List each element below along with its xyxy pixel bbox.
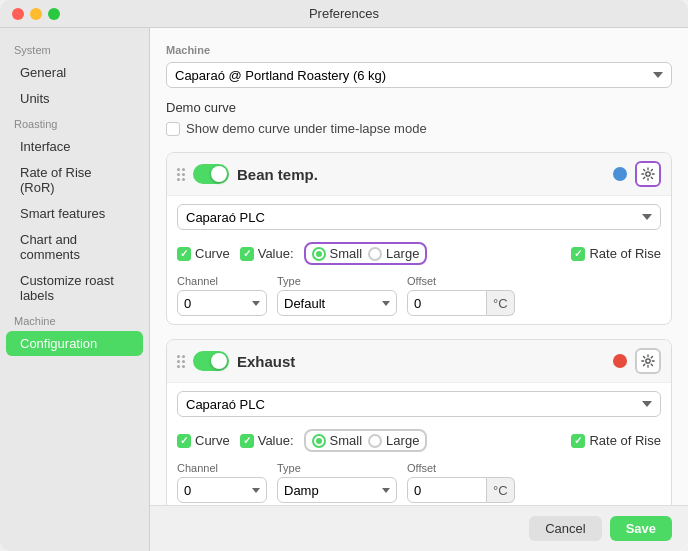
bean-temp-name: Bean temp.: [237, 166, 605, 183]
exhaust-large-radio[interactable]: Large: [368, 433, 419, 448]
demo-curve-label: Demo curve: [166, 100, 672, 115]
exhaust-color: [613, 354, 627, 368]
exhaust-body: Caparaó PLC Curve Value:: [167, 383, 671, 505]
sidebar-section-roasting: Roasting: [0, 112, 149, 133]
bean-temp-small-radio[interactable]: Small: [312, 246, 363, 261]
bean-temp-rate-checkbox[interactable]: [571, 247, 585, 261]
bean-temp-header: Bean temp.: [167, 153, 671, 196]
exhaust-channel: Exhaust Caparaó PL: [166, 339, 672, 505]
bean-temp-small-radio-input[interactable]: [312, 247, 326, 261]
exhaust-channel-select[interactable]: 0: [177, 477, 267, 503]
bean-temp-rate-check[interactable]: Rate of Rise: [571, 246, 661, 261]
bean-temp-channel: Bean temp. Caparaó: [166, 152, 672, 325]
minimize-button[interactable]: [30, 8, 42, 20]
sidebar-item-customize-labels[interactable]: Customize roast labels: [6, 268, 143, 308]
bean-temp-value-checkbox[interactable]: [240, 247, 254, 261]
exhaust-options-row: Curve Value: Small: [177, 429, 661, 452]
machine-section-label: Machine: [166, 44, 672, 56]
bean-temp-size-group: Small Large: [304, 242, 428, 265]
demo-curve-check-row: Show demo curve under time-lapse mode: [166, 121, 672, 136]
main-scroll-area[interactable]: Machine Caparaó @ Portland Roastery (6 k…: [150, 28, 688, 505]
demo-curve-check-label: Show demo curve under time-lapse mode: [186, 121, 427, 136]
bean-temp-small-label: Small: [330, 246, 363, 261]
exhaust-fields-row: Channel 0 Type Damp: [177, 462, 661, 503]
exhaust-size-group: Small Large: [304, 429, 428, 452]
exhaust-gear-button[interactable]: [635, 348, 661, 374]
bean-temp-curve-checkbox[interactable]: [177, 247, 191, 261]
bean-temp-source-row: Caparaó PLC: [177, 204, 661, 230]
exhaust-small-radio[interactable]: Small: [312, 433, 363, 448]
exhaust-small-radio-input[interactable]: [312, 434, 326, 448]
exhaust-name: Exhaust: [237, 353, 605, 370]
bean-temp-type-group: Type Default: [277, 275, 397, 316]
exhaust-source-dropdown[interactable]: Caparaó PLC: [177, 391, 661, 417]
gear-icon: [641, 167, 655, 181]
maximize-button[interactable]: [48, 8, 60, 20]
exhaust-curve-checkbox[interactable]: [177, 434, 191, 448]
exhaust-large-radio-input[interactable]: [368, 434, 382, 448]
exhaust-curve-check[interactable]: Curve: [177, 433, 230, 448]
exhaust-header: Exhaust: [167, 340, 671, 383]
bean-temp-value-check[interactable]: Value:: [240, 246, 294, 261]
cancel-button[interactable]: Cancel: [529, 516, 601, 541]
exhaust-offset-input[interactable]: [407, 477, 487, 503]
close-button[interactable]: [12, 8, 24, 20]
exhaust-channel-col-label: Channel: [177, 462, 267, 474]
demo-curve-checkbox[interactable]: [166, 122, 180, 136]
sidebar-item-units[interactable]: Units: [6, 86, 143, 111]
exhaust-small-label: Small: [330, 433, 363, 448]
exhaust-rate-label: Rate of Rise: [589, 433, 661, 448]
exhaust-offset-col-label: Offset: [407, 462, 515, 474]
exhaust-toggle[interactable]: [193, 351, 229, 371]
bean-temp-curve-label: Curve: [195, 246, 230, 261]
exhaust-value-checkbox[interactable]: [240, 434, 254, 448]
exhaust-rate-checkbox[interactable]: [571, 434, 585, 448]
exhaust-type-select[interactable]: Damp: [277, 477, 397, 503]
sidebar-section-system: System: [0, 38, 149, 59]
exhaust-unit: °C: [487, 477, 515, 503]
exhaust-value-label: Value:: [258, 433, 294, 448]
bean-temp-toggle[interactable]: [193, 164, 229, 184]
bean-temp-drag-handle[interactable]: [177, 168, 185, 181]
bean-temp-source-dropdown[interactable]: Caparaó PLC: [177, 204, 661, 230]
exhaust-value-check[interactable]: Value:: [240, 433, 294, 448]
bean-temp-large-label: Large: [386, 246, 419, 261]
content-area: System General Units Roasting Interface …: [0, 28, 688, 551]
bean-temp-toggle-knob: [211, 166, 227, 182]
bean-temp-rate-label: Rate of Rise: [589, 246, 661, 261]
bean-temp-large-radio[interactable]: Large: [368, 246, 419, 261]
bean-temp-curve-check[interactable]: Curve: [177, 246, 230, 261]
exhaust-rate-check[interactable]: Rate of Rise: [571, 433, 661, 448]
bean-temp-type-col-label: Type: [277, 275, 397, 287]
footer: Cancel Save: [150, 505, 688, 551]
bean-temp-color: [613, 167, 627, 181]
sidebar-item-chart-comments[interactable]: Chart and comments: [6, 227, 143, 267]
exhaust-large-label: Large: [386, 433, 419, 448]
bean-temp-channel-group: Channel 0: [177, 275, 267, 316]
bean-temp-channel-select[interactable]: 0: [177, 290, 267, 316]
bean-temp-type-select[interactable]: Default: [277, 290, 397, 316]
bean-temp-body: Caparaó PLC Curve Value:: [167, 196, 671, 324]
preferences-window: Preferences System General Units Roastin…: [0, 0, 688, 551]
exhaust-channel-group: Channel 0: [177, 462, 267, 503]
sidebar-section-machine: Machine: [0, 309, 149, 330]
machine-dropdown[interactable]: Caparaó @ Portland Roastery (6 kg): [166, 62, 672, 88]
exhaust-offset-field: °C: [407, 477, 515, 503]
sidebar-item-interface[interactable]: Interface: [6, 134, 143, 159]
bean-temp-offset-col-label: Offset: [407, 275, 515, 287]
bean-temp-options-row: Curve Value: Small: [177, 242, 661, 265]
sidebar-item-configuration[interactable]: Configuration: [6, 331, 143, 356]
main-content: Machine Caparaó @ Portland Roastery (6 k…: [150, 28, 688, 551]
gear-icon: [641, 354, 655, 368]
machine-dropdown-row: Caparaó @ Portland Roastery (6 kg): [166, 62, 672, 88]
bean-temp-large-radio-input[interactable]: [368, 247, 382, 261]
bean-temp-channel-col-label: Channel: [177, 275, 267, 287]
bean-temp-gear-button[interactable]: [635, 161, 661, 187]
sidebar-item-general[interactable]: General: [6, 60, 143, 85]
sidebar-item-smart-features[interactable]: Smart features: [6, 201, 143, 226]
demo-curve-section: Demo curve Show demo curve under time-la…: [166, 100, 672, 136]
bean-temp-offset-input[interactable]: [407, 290, 487, 316]
exhaust-drag-handle[interactable]: [177, 355, 185, 368]
save-button[interactable]: Save: [610, 516, 672, 541]
sidebar-item-rate-of-rise[interactable]: Rate of Rise (RoR): [6, 160, 143, 200]
